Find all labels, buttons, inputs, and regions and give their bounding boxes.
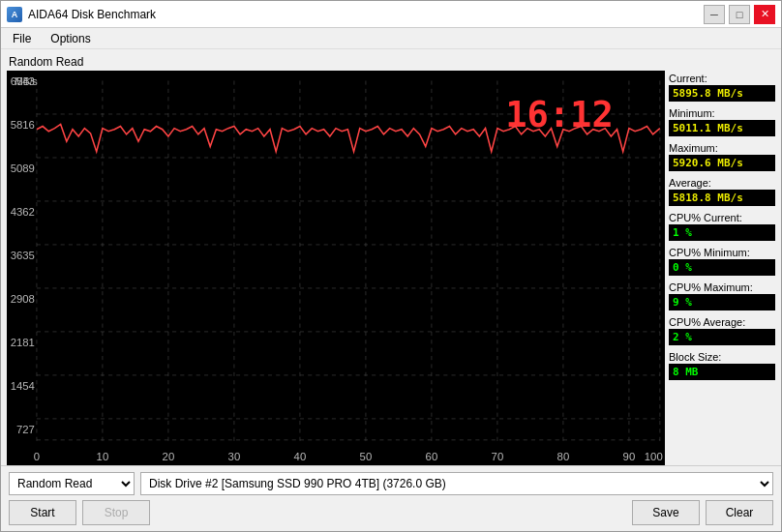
stat-cpu-maximum: CPU% Maximum: 9 % — [669, 281, 775, 310]
chart-area: 6543 5816 5089 4362 3635 2908 2181 1454 … — [7, 71, 665, 465]
block-size-label: Block Size: — [669, 351, 775, 363]
menu-options[interactable]: Options — [46, 31, 94, 46]
stat-cpu-average: CPU% Average: 2 % — [669, 316, 775, 345]
save-button[interactable]: Save — [632, 500, 700, 525]
current-value: 5895.8 MB/s — [669, 85, 775, 102]
minimum-value: 5011.1 MB/s — [669, 120, 775, 136]
maximize-button[interactable]: □ — [729, 5, 750, 24]
main-window: A AIDA64 Disk Benchmark ─ □ ✕ File Optio… — [0, 0, 782, 532]
clear-button[interactable]: Clear — [706, 500, 773, 525]
cpu-current-label: CPU% Current: — [669, 212, 775, 223]
svg-text:16:12: 16:12 — [505, 92, 614, 134]
svg-text:80: 80 — [557, 451, 570, 462]
svg-text:60: 60 — [426, 451, 438, 462]
menu-file[interactable]: File — [9, 31, 35, 46]
average-value: 5818.8 MB/s — [669, 190, 775, 206]
svg-text:727: 727 — [16, 423, 35, 434]
svg-text:0: 0 — [34, 451, 40, 462]
stop-button[interactable]: Stop — [82, 500, 150, 525]
svg-text:5816: 5816 — [11, 119, 35, 131]
svg-text:30: 30 — [228, 451, 241, 462]
svg-text:2908: 2908 — [11, 292, 35, 304]
stat-cpu-minimum: CPU% Minimum: 0 % — [669, 247, 775, 276]
chart-title: Random Read — [9, 55, 665, 69]
maximum-value: 5920.6 MB/s — [669, 155, 775, 171]
buttons-row: Start Stop Save Clear — [9, 500, 773, 525]
chart-section: Random Read — [1, 49, 781, 465]
svg-text:20: 20 — [163, 451, 175, 462]
svg-text:2181: 2181 — [11, 336, 35, 347]
svg-text:1454: 1454 — [11, 379, 36, 391]
sidebar-stats: Current: 5895.8 MB/s Minimum: 5011.1 MB/… — [669, 55, 775, 465]
svg-text:5089: 5089 — [11, 163, 35, 174]
start-button[interactable]: Start — [9, 500, 76, 525]
window-title: AIDA64 Disk Benchmark — [28, 8, 156, 21]
svg-text:50: 50 — [360, 451, 373, 462]
bottom-bar: Random Read Sequential Read Random Write… — [1, 465, 781, 531]
title-bar: A AIDA64 Disk Benchmark ─ □ ✕ — [1, 1, 781, 28]
svg-text:4362: 4362 — [11, 206, 35, 218]
svg-text:90: 90 — [623, 451, 636, 462]
svg-text:3635: 3635 — [11, 250, 35, 261]
close-button[interactable]: ✕ — [754, 5, 775, 24]
cpu-minimum-value: 0 % — [669, 259, 775, 276]
svg-text:MB/s: MB/s — [15, 76, 37, 87]
minimum-label: Minimum: — [669, 107, 775, 119]
stat-cpu-current: CPU% Current: 1 % — [669, 212, 775, 241]
stat-block-size: Block Size: 8 MB — [669, 351, 775, 380]
controls-row: Random Read Sequential Read Random Write… — [9, 472, 773, 495]
average-label: Average: — [669, 177, 775, 189]
content-area: Random Read — [1, 49, 781, 531]
menu-bar: File Options — [1, 28, 781, 49]
test-type-select[interactable]: Random Read Sequential Read Random Write… — [9, 472, 135, 495]
block-size-value: 8 MB — [669, 364, 775, 380]
cpu-maximum-label: CPU% Maximum: — [669, 281, 775, 293]
cpu-average-label: CPU% Average: — [669, 316, 775, 328]
cpu-minimum-label: CPU% Minimum: — [669, 247, 775, 258]
svg-text:40: 40 — [294, 451, 307, 462]
disk-select[interactable]: Disk Drive #2 [Samsung SSD 990 PRO 4TB] … — [140, 472, 773, 495]
title-bar-left: A AIDA64 Disk Benchmark — [7, 7, 156, 22]
cpu-current-value: 1 % — [669, 224, 775, 241]
maximum-label: Maximum: — [669, 142, 775, 154]
cpu-average-value: 2 % — [669, 329, 775, 345]
app-icon: A — [7, 7, 22, 22]
current-label: Current: — [669, 73, 775, 84]
window-controls: ─ □ ✕ — [704, 5, 775, 24]
chart-svg: 6543 5816 5089 4362 3635 2908 2181 1454 … — [7, 71, 665, 465]
stat-average: Average: 5818.8 MB/s — [669, 177, 775, 206]
chart-container: Random Read — [7, 55, 665, 465]
stat-current: Current: 5895.8 MB/s — [669, 73, 775, 102]
svg-text:10: 10 — [97, 451, 109, 462]
svg-text:70: 70 — [492, 451, 504, 462]
svg-text:100 %: 100 % — [645, 451, 665, 462]
stat-minimum: Minimum: 5011.1 MB/s — [669, 107, 775, 136]
stat-maximum: Maximum: 5920.6 MB/s — [669, 142, 775, 171]
cpu-maximum-value: 9 % — [669, 294, 775, 310]
minimize-button[interactable]: ─ — [704, 5, 725, 24]
